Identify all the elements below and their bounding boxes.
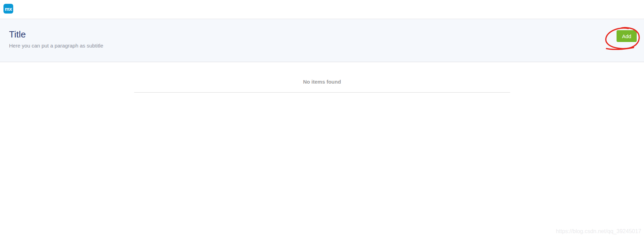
mendix-logo[interactable]: mx	[3, 4, 13, 14]
top-navbar: mx	[0, 0, 644, 19]
page-header: Title Here you can put a paragraph as su…	[0, 19, 644, 62]
page-title: Title	[9, 29, 644, 40]
empty-list: No items found	[134, 62, 510, 93]
content-area: No items found	[0, 62, 644, 93]
add-button[interactable]: Add	[617, 30, 637, 42]
empty-list-message: No items found	[303, 79, 341, 85]
mendix-logo-text: mx	[5, 6, 12, 11]
page-subtitle: Here you can put a paragraph as subtitle	[9, 42, 644, 49]
watermark: https://blog.csdn.net/qq_39245017	[556, 228, 641, 235]
